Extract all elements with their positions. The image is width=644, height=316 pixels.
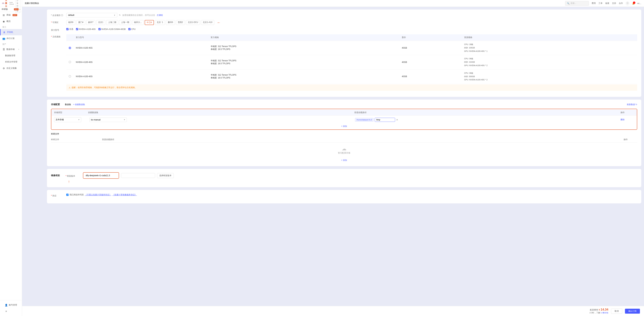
sidebar-item-account[interactable]: 👤 账号管理	[2, 302, 20, 308]
sidebar-item-label: 商城	[6, 13, 10, 16]
storage-delete-btn[interactable]: 删除	[620, 118, 634, 121]
sidebar-item-sci-file-mgmt[interactable]: 科研文件管理	[0, 59, 22, 65]
region-label: 可用区	[51, 20, 66, 24]
spec-radio-3[interactable]	[66, 69, 74, 84]
spec-perf-half-2: 半精度 312 Tensor TFLOPS	[211, 59, 397, 62]
price-detail-link[interactable]: 计费详情	[601, 312, 608, 314]
compute-cpu-checkbox[interactable]: CPU	[128, 28, 136, 30]
project-link[interactable]: 左侧链	[157, 14, 163, 17]
version-select-btn[interactable]: 选择框架版本	[157, 173, 174, 178]
region-tab-beijing1dcu[interactable]: 北京1-DCU	[186, 20, 200, 25]
confirm-button[interactable]: 确认订阅	[625, 309, 640, 314]
region-tab-yangzhou7[interactable]: 扬州7	[86, 20, 95, 25]
sidebar-item-data-storage[interactable]: 🗄 数据存储 ▼	[0, 46, 22, 52]
mall-hot-badge: HOT	[12, 14, 17, 16]
sci-file-table: 科研文件 容器挂载路径 操作 ☁ 暂无配置存储 + 添加	[51, 137, 637, 163]
compute-a100-sxm4-label: NVIDIA-A100-SXM4-40GB	[101, 28, 126, 30]
sidebar-item-dev-machine[interactable]: 🖥 开发机	[0, 29, 22, 35]
compute-all-input[interactable]	[66, 28, 68, 30]
storage-refresh-link[interactable]: 刷新数据 ↻	[627, 103, 637, 106]
nav-section-assets: 资产	[0, 42, 22, 46]
dataset-mgmt-label: 数据集管理	[5, 54, 15, 57]
storage-path-input[interactable]	[375, 118, 395, 122]
agreement-content: 我已阅读并同意 《天翼云批量计算服务协议》 《批量计算镜像服务协议》	[66, 193, 137, 196]
compute-a100-40g-input[interactable]	[76, 28, 78, 30]
compute-cpu-input[interactable]	[128, 28, 130, 30]
warning-message: ⚠ 提醒：使用非推荐规格，可能影响镜像正常运行，请合理评估主机规格。	[66, 84, 637, 91]
framework-input[interactable]	[84, 173, 118, 178]
region-tab-beijing1[interactable]: 北京1	[96, 20, 105, 25]
spec-col-resource: 资源规格	[462, 34, 637, 41]
dev-machine-icon: 🖥	[3, 31, 6, 34]
search-box[interactable]: 🔍 搜索...	[565, 1, 589, 5]
region-tab-shanghai1[interactable]: 上海一期	[119, 20, 131, 25]
topbar-user[interactable]: ec...	[637, 2, 641, 4]
topbar-title: 批量计算控制台	[25, 2, 39, 5]
storage-create-link[interactable]: + 创建数据集	[73, 103, 85, 106]
spec-radio-circle-1[interactable]	[69, 47, 71, 49]
spec-vram-1: 40GB	[399, 41, 462, 55]
sidebar: 天翼云 Data Cloud 批量计算控制台 科研版 HOT ⇥ ⊞ 商城 HO…	[0, 0, 22, 316]
agreement-link1[interactable]: 《天翼云批量计算服务协议》	[85, 193, 111, 196]
spec-radio-2[interactable]	[66, 55, 74, 69]
sidebar-item-mall[interactable]: ⊞ 商城 HOT	[0, 12, 22, 18]
topbar-menu-ticket[interactable]: 工单	[598, 2, 602, 5]
agreement-link2[interactable]: 《批量计算镜像服务协议》	[112, 193, 137, 196]
cancel-button[interactable]: 取消	[611, 309, 622, 314]
region-tab-xiamen4[interactable]: 厦门4	[76, 20, 85, 25]
sidebar-item-custom-image[interactable]: ⚙ 自定义镜像	[0, 65, 22, 71]
price-amount: 14.34	[601, 308, 608, 311]
spec-radio-circle-2[interactable]	[69, 61, 71, 63]
spec-perf-1: 半精度 312 Tensor TFLOPS 单精度 19.5 TFLOPS	[208, 41, 400, 55]
compute-a100-sxm4-input[interactable]	[98, 28, 101, 30]
region-tab-guiyang2[interactable]: 贵阳2	[176, 20, 185, 25]
agreement-text: 我已阅读并同意	[70, 193, 84, 196]
region-tab-fuzhou6[interactable]: 福州6	[66, 20, 75, 25]
project-content: default ▼ ↻ 如需创建新的企业项目，你可以点击 左侧链	[66, 13, 637, 17]
topbar-menu-partner[interactable]: 合作	[619, 2, 623, 5]
agreement-label: 协议	[51, 193, 66, 197]
region-arrow-indicator: ←	[217, 20, 221, 25]
spec-perf-half-3: 半精度 312 Tensor TFLOPS	[211, 73, 397, 76]
spec-radio-circle-3[interactable]	[69, 75, 71, 77]
sidebar-edition[interactable]: 科研版 HOT ⇥	[0, 7, 22, 12]
compute-types: 全选 NVIDIA-A100-40G NVIDIA-A100-SXM4-40GB…	[66, 28, 637, 30]
spec-perf-single-3: 单精度 19.5 TFLOPS	[211, 76, 397, 79]
framework-arrow: ↑	[68, 179, 637, 184]
sidebar-item-parallel[interactable]: 👥 并行计算	[0, 35, 22, 42]
framework-label: 框架版本	[66, 174, 81, 178]
storage-type-select[interactable]: 文件存储 ▼	[54, 117, 81, 122]
topbar-menu-support[interactable]: 支持	[612, 2, 616, 5]
spec-radio-1[interactable]	[66, 41, 74, 55]
version-input[interactable]	[121, 173, 155, 178]
sidebar-item-more[interactable]: ≡	[2, 308, 20, 314]
agreement-checkbox[interactable]	[66, 194, 68, 196]
data-storage-icon: 🗄	[2, 48, 5, 51]
sidebar-item-dataset-mgmt[interactable]: 数据集管理	[0, 52, 22, 59]
topbar-help-icon[interactable]: ⓘ	[626, 1, 630, 5]
storage-path-clear-icon[interactable]: ✕	[396, 118, 398, 121]
compute-a100-40g-checkbox[interactable]: NVIDIA-A100-40G	[76, 28, 96, 30]
region-row: 可用区 福州6 厦门4 扬州7 北京1 上海二期 上海一期 福州大... 中卫4	[51, 20, 637, 25]
topbar-menu-cost[interactable]: 费用	[592, 2, 596, 5]
storage-add-btn[interactable]: + 添加	[340, 124, 348, 129]
region-tab-shanghai2[interactable]: 上海二期	[106, 20, 118, 25]
region-tab-zhongwei4[interactable]: 中卫4	[145, 20, 154, 25]
compute-a100-sxm4-checkbox[interactable]: NVIDIA-A100-SXM4-40GB	[98, 28, 126, 30]
topbar-menu-record[interactable]: 备案	[605, 2, 609, 5]
spec-resource-2: CPU: 36核内存: 210GBGPU: NVIDIA-A100-40G * …	[462, 55, 637, 69]
compute-type-label: 算力型号	[51, 28, 66, 31]
mall-icon: ⊞	[2, 14, 5, 16]
sidebar-item-overview[interactable]: ◉ 概况	[0, 18, 22, 24]
compute-all-checkbox[interactable]: 全选	[66, 28, 73, 30]
region-tabs: 福州6 厦门4 扬州7 北京1 上海二期 上海一期 福州大... 中卫4 北京⁻…	[66, 20, 214, 25]
region-tab-lianshan6[interactable]: 廉州6	[166, 20, 175, 25]
region-tab-beijing1b[interactable]: 北京⁻1	[155, 20, 165, 25]
topbar-bell-icon[interactable]: 🔔1	[632, 2, 635, 4]
project-select[interactable]: default ▼	[66, 13, 117, 17]
sci-file-add-btn[interactable]: + 添加	[340, 158, 348, 163]
storage-dataset-select[interactable]: bc-manual ▼	[90, 118, 127, 122]
project-refresh-icon[interactable]: ↻	[119, 14, 121, 16]
region-tab-beijing1a10[interactable]: 北京1-A10	[201, 20, 214, 25]
region-tab-fuzhou5[interactable]: 福州大...	[132, 20, 144, 25]
